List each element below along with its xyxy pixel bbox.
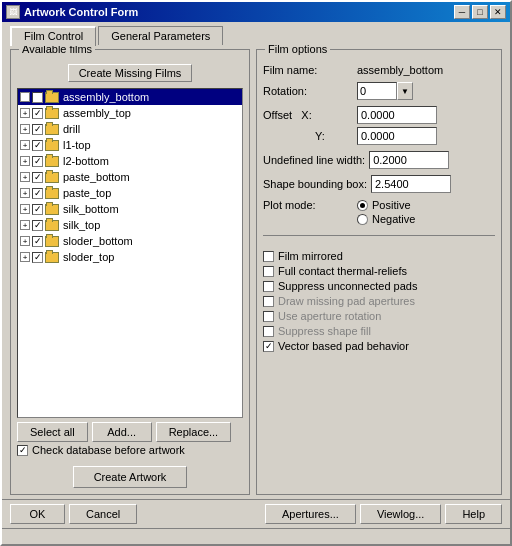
- radio-positive[interactable]: [357, 200, 368, 211]
- status-bar: [2, 528, 510, 544]
- ok-button[interactable]: OK: [10, 504, 65, 524]
- film-options-group: Film options Film name: assembly_bottom …: [256, 49, 502, 495]
- list-item[interactable]: + ✓ assembly_top: [18, 105, 242, 121]
- rotation-dropdown: ▼: [357, 82, 413, 100]
- shape-bbox-label: Shape bounding box:: [263, 178, 367, 190]
- film-mirrored-checkbox[interactable]: [263, 251, 274, 262]
- offset-x-input[interactable]: [357, 106, 437, 124]
- expand-icon[interactable]: +: [20, 156, 30, 166]
- expand-icon[interactable]: +: [20, 236, 30, 246]
- positive-label: Positive: [372, 199, 411, 211]
- use-aperture-label: Use aperture rotation: [278, 310, 381, 322]
- expand-icon[interactable]: +: [20, 188, 30, 198]
- folder-icon: [45, 236, 59, 247]
- vector-pad-label: Vector based pad behavior: [278, 340, 409, 352]
- film-actions: Select all Add... Replace...: [17, 422, 243, 442]
- film-checkbox[interactable]: ✓: [32, 252, 43, 263]
- film-checkbox[interactable]: ✓: [32, 108, 43, 119]
- film-list[interactable]: + ✓ assembly_bottom + ✓ assembly_top: [17, 88, 243, 418]
- select-all-button[interactable]: Select all: [17, 422, 88, 442]
- replace-button[interactable]: Replace...: [156, 422, 232, 442]
- expand-icon[interactable]: +: [20, 172, 30, 182]
- minimize-button[interactable]: ─: [454, 5, 470, 19]
- film-checkbox[interactable]: ✓: [32, 156, 43, 167]
- list-item[interactable]: + ✓ sloder_top: [18, 249, 242, 265]
- expand-icon[interactable]: +: [20, 124, 30, 134]
- expand-icon[interactable]: +: [20, 108, 30, 118]
- maximize-button[interactable]: □: [472, 5, 488, 19]
- expand-icon[interactable]: +: [20, 220, 30, 230]
- draw-missing-label: Draw missing pad apertures: [278, 295, 415, 307]
- negative-label: Negative: [372, 213, 415, 225]
- create-missing-button[interactable]: Create Missing Films: [68, 64, 193, 82]
- suppress-shape-label: Suppress shape fill: [278, 325, 371, 337]
- right-panel: Film options Film name: assembly_bottom …: [256, 49, 502, 495]
- check-db-row: ✓ Check database before artwork: [17, 444, 243, 456]
- plot-mode-radio-group: Positive Negative: [357, 199, 415, 225]
- main-window: 🖼 Artwork Control Form ─ □ ✕ Film Contro…: [0, 0, 512, 546]
- list-item[interactable]: + ✓ paste_bottom: [18, 169, 242, 185]
- film-checkbox[interactable]: ✓: [32, 188, 43, 199]
- offset-y-label: Y:: [263, 130, 353, 142]
- check-db-checkbox[interactable]: ✓: [17, 445, 28, 456]
- film-checkbox[interactable]: ✓: [32, 140, 43, 151]
- bottom-right-buttons: Apertures... Viewlog... Help: [265, 504, 502, 524]
- help-button[interactable]: Help: [445, 504, 502, 524]
- list-item[interactable]: + ✓ assembly_bottom: [18, 89, 242, 105]
- film-checkbox[interactable]: ✓: [32, 92, 43, 103]
- undef-line-label: Undefined line width:: [263, 154, 365, 166]
- rotation-row: Rotation: ▼: [263, 82, 495, 100]
- bottom-left-buttons: OK Cancel: [10, 504, 137, 524]
- offset-section: Offset X: Y:: [263, 106, 495, 145]
- undef-line-input[interactable]: [369, 151, 449, 169]
- left-panel: Available films Create Missing Films + ✓…: [10, 49, 250, 495]
- radio-negative[interactable]: [357, 214, 368, 225]
- expand-icon[interactable]: +: [20, 204, 30, 214]
- thermal-relief-checkbox[interactable]: [263, 266, 274, 277]
- list-item[interactable]: + ✓ silk_top: [18, 217, 242, 233]
- add-button[interactable]: Add...: [92, 422, 152, 442]
- apertures-button[interactable]: Apertures...: [265, 504, 356, 524]
- list-item[interactable]: + ✓ paste_top: [18, 185, 242, 201]
- film-checkbox[interactable]: ✓: [32, 204, 43, 215]
- close-button[interactable]: ✕: [490, 5, 506, 19]
- check-db-label: Check database before artwork: [32, 444, 185, 456]
- suppress-shape-row: Suppress shape fill: [263, 325, 495, 337]
- expand-icon[interactable]: +: [20, 92, 30, 102]
- list-item[interactable]: + ✓ l1-top: [18, 137, 242, 153]
- list-item[interactable]: + ✓ sloder_bottom: [18, 233, 242, 249]
- film-checkbox[interactable]: ✓: [32, 220, 43, 231]
- create-artwork-button[interactable]: Create Artwork: [73, 466, 188, 488]
- window-icon: 🖼: [6, 5, 20, 19]
- folder-icon: [45, 108, 59, 119]
- options-content: Film name: assembly_bottom Rotation: ▼ O…: [263, 64, 495, 352]
- suppress-unconn-checkbox[interactable]: [263, 281, 274, 292]
- available-films-group: Available films Create Missing Films + ✓…: [10, 49, 250, 495]
- film-name-row: Film name: assembly_bottom: [263, 64, 495, 76]
- cancel-button[interactable]: Cancel: [69, 504, 137, 524]
- vector-pad-row: ✓ Vector based pad behavior: [263, 340, 495, 352]
- plot-mode-row: Plot mode: Positive Negative: [263, 199, 495, 225]
- tab-general-parameters[interactable]: General Parameters: [98, 26, 223, 45]
- tab-bar: Film Control General Parameters: [2, 22, 510, 45]
- film-mirrored-row: Film mirrored: [263, 250, 495, 262]
- use-aperture-row: Use aperture rotation: [263, 310, 495, 322]
- film-checkbox[interactable]: ✓: [32, 124, 43, 135]
- expand-icon[interactable]: +: [20, 140, 30, 150]
- vector-pad-checkbox[interactable]: ✓: [263, 341, 274, 352]
- expand-icon[interactable]: +: [20, 252, 30, 262]
- list-item[interactable]: + ✓ l2-bottom: [18, 153, 242, 169]
- rotation-input[interactable]: [357, 82, 397, 100]
- folder-icon: [45, 92, 59, 103]
- rotation-dropdown-arrow[interactable]: ▼: [397, 82, 413, 100]
- list-item[interactable]: + ✓ silk_bottom: [18, 201, 242, 217]
- tab-film-control[interactable]: Film Control: [10, 26, 96, 46]
- list-item[interactable]: + ✓ drill: [18, 121, 242, 137]
- offset-y-input[interactable]: [357, 127, 437, 145]
- viewlog-button[interactable]: Viewlog...: [360, 504, 442, 524]
- film-checkbox[interactable]: ✓: [32, 236, 43, 247]
- shape-bbox-input[interactable]: [371, 175, 451, 193]
- film-checkbox[interactable]: ✓: [32, 172, 43, 183]
- rotation-label: Rotation:: [263, 85, 353, 97]
- suppress-shape-checkbox: [263, 326, 274, 337]
